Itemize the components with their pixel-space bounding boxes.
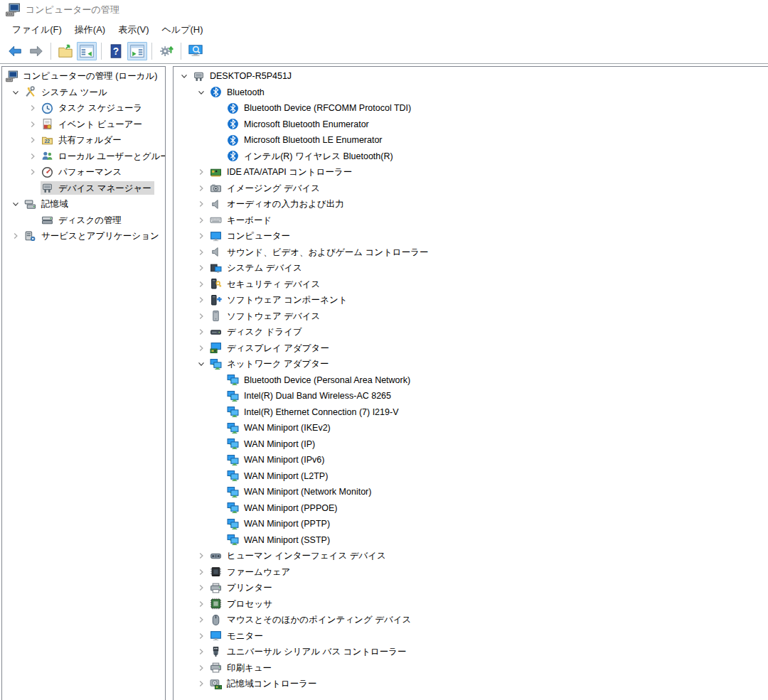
tree-item-body[interactable]: システム デバイス	[209, 262, 305, 275]
tree-item-body[interactable]: ヒューマン インターフェイス デバイス	[209, 549, 389, 563]
chevron-collapsed-icon[interactable]	[193, 166, 209, 178]
tree-item[interactable]: オーディオの入力および出力	[174, 196, 768, 212]
tree-item-body[interactable]: ディスプレイ アダプター	[209, 341, 332, 355]
tree-item-body[interactable]: ディスクの管理	[41, 213, 124, 227]
tree-item-body[interactable]: WAN Miniport (IPv6)	[226, 453, 327, 467]
chevron-collapsed-icon[interactable]	[193, 230, 209, 242]
tree-item-body[interactable]: IDE ATA/ATAPI コントローラー	[209, 166, 355, 179]
tree-item-body[interactable]: ソフトウェア デバイス	[209, 309, 323, 323]
tree-item[interactable]: パフォーマンス	[2, 164, 165, 181]
chevron-collapsed-icon[interactable]	[193, 550, 209, 561]
tree-item-body[interactable]: DESKTOP-R5P451J	[192, 70, 294, 83]
tree-item-body[interactable]: WAN Miniport (IP)	[226, 437, 318, 451]
tree-item[interactable]: イメージング デバイス	[174, 181, 768, 197]
tree-item-body[interactable]: インテル(R) ワイヤレス Bluetooth(R)	[226, 149, 396, 163]
chevron-collapsed-icon[interactable]	[193, 662, 209, 674]
tree-item[interactable]: ヒューマン インターフェイス デバイス	[174, 548, 768, 564]
tree-item[interactable]: WAN Miniport (IKEv2)	[174, 420, 768, 436]
tree-item-body[interactable]: セキュリティ デバイス	[209, 277, 323, 291]
console-tree-toggle-button[interactable]	[77, 42, 97, 60]
scan-hardware-changes-button[interactable]	[186, 42, 206, 60]
tree-item[interactable]: サウンド、ビデオ、およびゲーム コントローラー	[174, 244, 768, 261]
tree-item[interactable]: ネットワーク アダプター	[174, 356, 768, 372]
tree-item[interactable]: WAN Miniport (IP)	[174, 436, 768, 453]
tree-item[interactable]: Microsoft Bluetooth LE Enumerator	[174, 132, 768, 149]
tree-item-body[interactable]: Microsoft Bluetooth Enumerator	[226, 117, 372, 131]
tree-item-body[interactable]: Bluetooth Device (Personal Area Network)	[226, 373, 413, 387]
tree-item-body[interactable]: プロセッサ	[209, 597, 275, 610]
tree-item[interactable]: マウスとそのほかのポインティング デバイス	[174, 612, 768, 628]
tree-item[interactable]: キーボード	[174, 212, 768, 229]
chevron-collapsed-icon[interactable]	[193, 630, 209, 642]
tree-item-body[interactable]: マウスとそのほかのポインティング デバイス	[209, 613, 414, 627]
chevron-collapsed-icon[interactable]	[193, 343, 209, 354]
tree-item[interactable]: WAN Miniport (PPPOE)	[174, 500, 768, 517]
chevron-expanded-icon[interactable]	[176, 70, 192, 82]
chevron-collapsed-icon[interactable]	[8, 230, 23, 242]
tree-item-body[interactable]: WAN Miniport (IKEv2)	[226, 421, 334, 435]
tree-item[interactable]: コンピューター	[174, 228, 768, 244]
tree-item[interactable]: ソフトウェア デバイス	[174, 308, 768, 325]
tree-item-body[interactable]: WAN Miniport (L2TP)	[226, 469, 331, 483]
tree-item-body[interactable]: ソフトウェア コンポーネント	[209, 294, 351, 307]
tree-item-body[interactable]: サービスとアプリケーション	[23, 230, 162, 243]
tree-item[interactable]: Bluetooth Device (Personal Area Network)	[174, 372, 768, 389]
tree-item[interactable]: Bluetooth Device (RFCOMM Protocol TDI)	[174, 100, 768, 117]
tree-item[interactable]: システム ツール	[2, 85, 165, 101]
tree-item-body[interactable]: ネットワーク アダプター	[209, 357, 332, 371]
tree-item-body[interactable]: ファームウェア	[209, 565, 293, 578]
chevron-collapsed-icon[interactable]	[193, 183, 209, 194]
tree-item[interactable]: 記憶域コントローラー	[174, 676, 768, 692]
tree-item[interactable]: ディスクの管理	[2, 212, 165, 229]
tree-item[interactable]: WAN Miniport (L2TP)	[174, 468, 768, 485]
chevron-collapsed-icon[interactable]	[193, 215, 209, 226]
tree-item-body[interactable]: Intel(R) Dual Band Wireless-AC 8265	[226, 389, 394, 403]
chevron-collapsed-icon[interactable]	[193, 326, 209, 338]
back-button[interactable]	[5, 42, 25, 60]
tree-item-body[interactable]: Intel(R) Ethernet Connection (7) I219-V	[226, 405, 401, 419]
tree-item[interactable]: プリンター	[174, 580, 768, 596]
chevron-collapsed-icon[interactable]	[25, 151, 41, 162]
chevron-collapsed-icon[interactable]	[193, 614, 209, 625]
chevron-collapsed-icon[interactable]	[193, 566, 209, 578]
tree-item[interactable]: モニター	[174, 628, 768, 645]
chevron-expanded-icon[interactable]	[8, 198, 23, 210]
menu-help[interactable]: ヘルプ(H)	[156, 21, 210, 39]
tree-item-body[interactable]: Microsoft Bluetooth LE Enumerator	[226, 134, 385, 147]
chevron-collapsed-icon[interactable]	[193, 198, 209, 210]
chevron-expanded-icon[interactable]	[193, 358, 209, 370]
tree-item-body[interactable]: Bluetooth Device (RFCOMM Protocol TDI)	[226, 102, 414, 115]
tree-item-body[interactable]: ユニバーサル シリアル バス コントローラー	[209, 645, 410, 659]
tree-item[interactable]: Intel(R) Ethernet Connection (7) I219-V	[174, 404, 768, 421]
tree-item[interactable]: サービスとアプリケーション	[2, 228, 165, 244]
chevron-collapsed-icon[interactable]	[193, 311, 209, 322]
tree-item-body[interactable]: 記憶域コントローラー	[209, 677, 319, 691]
tree-item-body[interactable]: コンピューター	[209, 230, 293, 243]
export-list-button[interactable]	[55, 42, 75, 60]
chevron-collapsed-icon[interactable]	[193, 678, 209, 689]
tree-item[interactable]: WAN Miniport (PPTP)	[174, 516, 768, 532]
forward-button[interactable]	[26, 42, 46, 60]
tree-item[interactable]: ローカル ユーザーとグループ	[2, 149, 165, 165]
tree-item[interactable]: イベント ビューアー	[2, 117, 165, 133]
tree-item-body[interactable]: オーディオの入力および出力	[209, 198, 347, 211]
tree-item[interactable]: WAN Miniport (SSTP)	[174, 532, 768, 549]
tree-item[interactable]: ソフトウェア コンポーネント	[174, 292, 768, 308]
tree-item-body[interactable]: WAN Miniport (SSTP)	[226, 533, 333, 546]
tree-item-body[interactable]: プリンター	[209, 581, 275, 595]
tree-item-body[interactable]: イベント ビューアー	[41, 117, 145, 131]
tree-item-body[interactable]: WAN Miniport (Network Monitor)	[226, 485, 374, 499]
tree-item-body[interactable]: キーボード	[209, 213, 274, 227]
chevron-expanded-icon[interactable]	[8, 87, 23, 98]
chevron-collapsed-icon[interactable]	[193, 646, 209, 657]
chevron-collapsed-icon[interactable]	[25, 166, 41, 178]
tree-item-body[interactable]: イメージング デバイス	[209, 181, 323, 195]
tree-item[interactable]: デバイス マネージャー	[2, 181, 165, 197]
chevron-collapsed-icon[interactable]	[193, 598, 209, 610]
chevron-collapsed-icon[interactable]	[193, 294, 209, 306]
tree-item-body[interactable]: モニター	[209, 629, 266, 642]
tree-item-body[interactable]: タスク スケジューラ	[41, 102, 145, 115]
tree-item-body[interactable]: ローカル ユーザーとグループ	[41, 149, 166, 163]
tree-item[interactable]: ファームウェア	[174, 564, 768, 581]
tree-item[interactable]: 記憶域	[2, 196, 165, 212]
